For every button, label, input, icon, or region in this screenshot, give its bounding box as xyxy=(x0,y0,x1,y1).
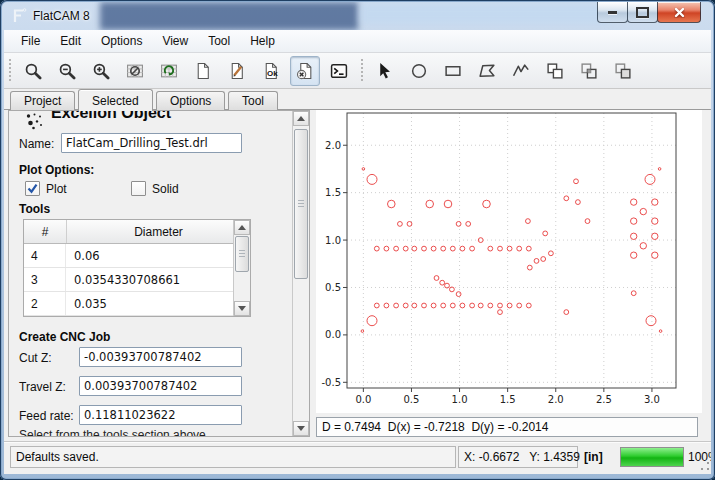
plot-checkbox[interactable]: Plot xyxy=(25,181,67,196)
drill-hole xyxy=(526,246,531,251)
draw-circle-button[interactable] xyxy=(404,56,434,86)
drill-hole xyxy=(488,303,493,308)
solid-checkbox[interactable]: Solid xyxy=(131,181,179,196)
union-button[interactable] xyxy=(540,56,570,86)
drill-hole xyxy=(384,246,389,251)
clear-plot-button[interactable] xyxy=(154,56,184,86)
subtract-button[interactable] xyxy=(608,56,638,86)
travel-z-input[interactable] xyxy=(79,376,242,396)
table-row[interactable]: 40.06 xyxy=(24,244,250,268)
drill-hole xyxy=(564,196,569,201)
resize-grip-icon[interactable] xyxy=(700,461,710,471)
menu-help[interactable]: Help xyxy=(241,31,284,51)
zoom-in-button[interactable] xyxy=(86,56,116,86)
select-button[interactable] xyxy=(370,56,400,86)
scrollbar-thumb[interactable] xyxy=(294,129,308,279)
drill-hole xyxy=(398,222,403,227)
maximize-icon xyxy=(636,7,649,18)
shell-button[interactable] xyxy=(324,56,354,86)
scroll-up-icon[interactable] xyxy=(234,220,250,235)
svg-text:-0.5: -0.5 xyxy=(321,377,341,388)
scroll-down-icon[interactable] xyxy=(234,301,250,316)
drill-hole xyxy=(659,330,662,333)
clear-plot-icon xyxy=(160,62,178,80)
new-file-button[interactable] xyxy=(188,56,218,86)
checkbox-box[interactable] xyxy=(25,181,40,196)
close-icon xyxy=(674,7,685,18)
tab-tool[interactable]: Tool xyxy=(228,91,278,110)
drill-hole xyxy=(412,303,417,308)
panel-scrollbar[interactable] xyxy=(292,111,309,436)
svg-text:2.5: 2.5 xyxy=(596,394,612,405)
drill-hole xyxy=(576,200,581,205)
draw-path-button[interactable] xyxy=(506,56,536,86)
maximize-button[interactable] xyxy=(627,2,658,23)
menu-file[interactable]: File xyxy=(12,31,49,51)
menu-edit[interactable]: Edit xyxy=(51,31,90,51)
scroll-down-icon[interactable] xyxy=(293,421,309,436)
drill-hole xyxy=(466,222,471,227)
menu-tool[interactable]: Tool xyxy=(199,31,239,51)
drill-hole xyxy=(444,200,452,208)
tab-project[interactable]: Project xyxy=(10,91,75,110)
plot-options-label: Plot Options: xyxy=(19,163,94,177)
drill-hole xyxy=(652,218,658,224)
drill-hole xyxy=(652,199,658,205)
zoom-out-button[interactable] xyxy=(52,56,82,86)
titlebar-glass-patch xyxy=(100,2,358,30)
scrollbar-thumb[interactable] xyxy=(235,236,249,272)
intersection-button[interactable] xyxy=(574,56,604,86)
create-cnc-job-label: Create CNC Job xyxy=(19,330,110,344)
table-row[interactable]: 30.0354330708661 xyxy=(24,268,250,292)
drill-hole xyxy=(403,246,408,251)
toolbar-drag-handle[interactable] xyxy=(360,59,364,83)
tab-options[interactable]: Options xyxy=(156,91,225,110)
plot-canvas[interactable]: 0.00.51.01.52.02.53.0-0.50.00.51.01.52.0 xyxy=(316,110,702,413)
feed-rate-input[interactable] xyxy=(79,405,242,425)
drill-hole xyxy=(631,199,637,205)
apply-ok-button[interactable]: Ok xyxy=(256,56,286,86)
menu-view[interactable]: View xyxy=(153,31,197,51)
svg-text:2.0: 2.0 xyxy=(325,140,341,151)
close-button[interactable] xyxy=(657,2,701,23)
tool-diameter-cell[interactable]: 0.0354330708661 xyxy=(66,268,250,291)
scroll-up-icon[interactable] xyxy=(293,111,309,126)
tool-diameter-cell[interactable]: 0.06 xyxy=(66,244,250,267)
tool-number-cell[interactable]: 3 xyxy=(24,268,66,291)
drill-plot[interactable]: 0.00.51.01.52.02.53.0-0.50.00.51.01.52.0 xyxy=(316,110,702,413)
tab-selected[interactable]: Selected xyxy=(78,89,153,111)
tool-number-cell[interactable]: 2 xyxy=(24,292,66,315)
draw-rectangle-button[interactable] xyxy=(438,56,468,86)
replot-button[interactable] xyxy=(120,56,150,86)
checkbox-box[interactable] xyxy=(131,181,146,196)
drill-hole xyxy=(631,252,637,258)
toolbar-drag-handle[interactable] xyxy=(8,59,12,83)
tools-table-scrollbar[interactable] xyxy=(233,220,250,316)
solid-checkbox-label: Solid xyxy=(152,182,179,196)
drill-hole xyxy=(394,246,399,251)
object-name-input[interactable] xyxy=(61,133,242,153)
edit-object-button[interactable] xyxy=(222,56,252,86)
draw-polygon-button[interactable] xyxy=(472,56,502,86)
table-row[interactable]: 20.035 xyxy=(24,292,250,316)
svg-text:1.0: 1.0 xyxy=(452,394,468,405)
tool-diameter-cell[interactable]: 0.035 xyxy=(66,292,250,315)
menu-options[interactable]: Options xyxy=(92,31,151,51)
delete-object-button[interactable] xyxy=(290,56,320,86)
drill-hole xyxy=(541,257,546,262)
minimize-button[interactable] xyxy=(597,2,628,23)
select-icon xyxy=(376,62,394,80)
drill-hole xyxy=(517,303,522,308)
drill-hole xyxy=(431,246,436,251)
drill-hole xyxy=(384,303,389,308)
column-header-diameter[interactable]: Diameter xyxy=(67,220,250,243)
titlebar[interactable]: FlatCAM 8 xyxy=(2,2,713,30)
cut-z-label: Cut Z: xyxy=(19,351,52,365)
excellon-object-icon xyxy=(25,112,45,132)
zoom-fit-button[interactable] xyxy=(18,56,48,86)
cut-z-input[interactable] xyxy=(79,347,242,367)
column-header-number[interactable]: # xyxy=(24,220,67,243)
drill-hole xyxy=(543,231,548,236)
new-file-icon xyxy=(194,62,212,80)
tool-number-cell[interactable]: 4 xyxy=(24,244,66,267)
